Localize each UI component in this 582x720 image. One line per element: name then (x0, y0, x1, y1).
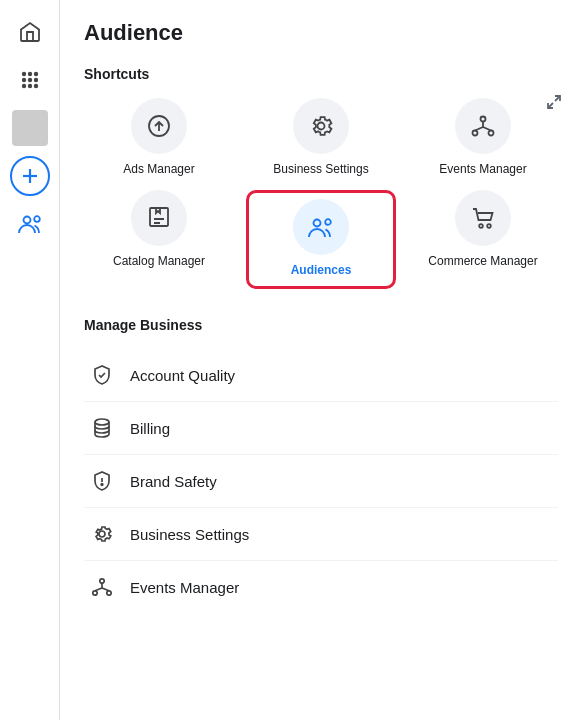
manage-list: Account Quality Billing (84, 349, 558, 613)
svg-point-31 (99, 531, 105, 537)
shortcut-events-manager[interactable]: Events Manager (408, 98, 558, 178)
shortcuts-grid: Ads Manager Business Settings (84, 98, 558, 289)
events-manager-small-label: Events Manager (130, 579, 239, 596)
svg-point-11 (23, 217, 30, 224)
account-quality-label: Account Quality (130, 367, 235, 384)
svg-point-12 (34, 216, 40, 222)
svg-line-37 (102, 588, 109, 591)
svg-point-2 (33, 72, 37, 76)
business-settings-small-icon (88, 520, 116, 548)
shortcuts-label: Shortcuts (84, 66, 558, 82)
svg-point-26 (479, 224, 483, 228)
main-content: Audience Shortcuts Ads Manager (60, 0, 582, 720)
svg-line-22 (475, 127, 483, 131)
svg-point-18 (481, 117, 486, 122)
manage-item-brand-safety[interactable]: Brand Safety (84, 455, 558, 508)
people-icon[interactable] (10, 204, 50, 244)
brand-safety-label: Brand Safety (130, 473, 217, 490)
svg-point-25 (325, 219, 331, 225)
svg-point-17 (318, 123, 325, 130)
audiences-icon-box (293, 199, 349, 255)
shortcut-business-settings[interactable]: Business Settings (246, 98, 396, 178)
catalog-manager-icon-box (131, 190, 187, 246)
home-icon[interactable] (10, 12, 50, 52)
manage-item-business-settings[interactable]: Business Settings (84, 508, 558, 561)
plus-icon[interactable] (10, 156, 50, 196)
business-settings-small-label: Business Settings (130, 526, 249, 543)
account-quality-icon (88, 361, 116, 389)
sidebar (0, 0, 60, 720)
ads-manager-label: Ads Manager (123, 162, 194, 178)
avatar-icon[interactable] (10, 108, 50, 148)
shortcut-commerce-manager[interactable]: Commerce Manager (408, 190, 558, 290)
shortcut-catalog-manager[interactable]: Catalog Manager (84, 190, 234, 290)
commerce-manager-label: Commerce Manager (428, 254, 537, 270)
business-settings-label: Business Settings (273, 162, 368, 178)
svg-point-32 (100, 579, 104, 583)
manage-business-label: Manage Business (84, 317, 558, 333)
svg-point-34 (107, 591, 111, 595)
svg-point-33 (93, 591, 97, 595)
svg-point-1 (27, 72, 31, 76)
svg-point-3 (21, 78, 25, 82)
billing-label: Billing (130, 420, 170, 437)
svg-point-7 (27, 84, 31, 88)
manage-business-section: Manage Business Account Quality (84, 317, 558, 613)
svg-point-24 (314, 219, 321, 226)
events-manager-label: Events Manager (439, 162, 526, 178)
svg-point-27 (487, 224, 491, 228)
events-manager-small-icon (88, 573, 116, 601)
ads-manager-icon-box (131, 98, 187, 154)
shortcut-audiences[interactable]: Audiences (246, 190, 396, 290)
svg-point-0 (21, 72, 25, 76)
manage-item-billing[interactable]: Billing (84, 402, 558, 455)
shortcut-ads-manager[interactable]: Ads Manager (84, 98, 234, 178)
svg-line-23 (483, 127, 491, 131)
commerce-manager-icon-box (455, 190, 511, 246)
svg-point-5 (33, 78, 37, 82)
expand-icon[interactable] (546, 94, 562, 110)
events-manager-icon-box (455, 98, 511, 154)
svg-point-20 (489, 131, 494, 136)
audiences-label: Audiences (291, 263, 352, 279)
audiences-wrapper: Audiences (246, 190, 396, 290)
catalog-manager-label: Catalog Manager (113, 254, 205, 270)
svg-line-36 (95, 588, 102, 591)
svg-point-30 (101, 484, 103, 486)
svg-point-8 (33, 84, 37, 88)
brand-safety-icon (88, 467, 116, 495)
business-settings-icon-box (293, 98, 349, 154)
page-title: Audience (84, 20, 558, 46)
billing-icon (88, 414, 116, 442)
grid-icon[interactable] (10, 60, 50, 100)
svg-point-4 (27, 78, 31, 82)
svg-point-6 (21, 84, 25, 88)
manage-item-events-manager[interactable]: Events Manager (84, 561, 558, 613)
svg-point-19 (473, 131, 478, 136)
svg-point-28 (95, 419, 109, 425)
manage-item-account-quality[interactable]: Account Quality (84, 349, 558, 402)
